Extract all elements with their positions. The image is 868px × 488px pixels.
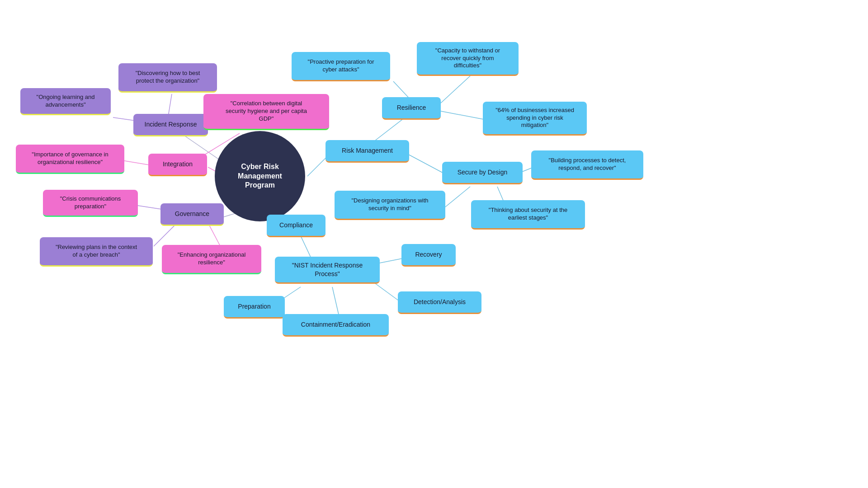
governance-label: Governance — [175, 210, 209, 218]
quote-6-label: "Enhancing organizational resilience" — [178, 251, 246, 267]
quote-4-label: "Crisis communications preparation" — [60, 195, 121, 211]
quote-10-label: "64% of businesses increased spending in… — [495, 107, 574, 130]
integration-node: Integration — [148, 154, 207, 176]
quote-5-label: "Reviewing plans in the context of a cyb… — [56, 244, 137, 259]
recovery-node: Recovery — [401, 244, 456, 267]
secure-by-design-label: Secure by Design — [458, 168, 508, 176]
quote-8-label: "Proactive preparation for cyber attacks… — [308, 58, 374, 74]
quote-5-node: "Reviewing plans in the context of a cyb… — [40, 237, 153, 267]
resilience-node: Resilience — [382, 97, 441, 120]
quote-3-label: "Importance of governance in organizatio… — [32, 151, 108, 166]
quote-9-node: "Capacity to withstand or recover quickl… — [417, 42, 519, 76]
quote-1-label: "Discovering how to best protect the org… — [136, 70, 200, 85]
svg-line-12 — [445, 187, 470, 207]
quote-6-node: "Enhancing organizational resilience" — [162, 245, 261, 274]
governance-node: Governance — [160, 203, 224, 226]
quote-10-node: "64% of businesses increased spending in… — [483, 102, 587, 136]
detection-label: Detection/Analysis — [414, 298, 466, 306]
quote-4-node: "Crisis communications preparation" — [43, 190, 138, 217]
quote-12-label: "Designing organizations with security i… — [351, 197, 428, 212]
nist-process-label: "NIST Incident Response Process" — [292, 261, 363, 277]
center-node: Cyber Risk Management Program — [215, 131, 305, 221]
detection-node: Detection/Analysis — [398, 291, 481, 314]
quote-2-label: "Ongoing learning and advancements" — [37, 94, 95, 109]
compliance-node: Compliance — [267, 215, 326, 237]
preparation-node: Preparation — [224, 296, 285, 319]
risk-management-label: Risk Management — [342, 146, 393, 155]
secure-by-design-node: Secure by Design — [442, 162, 523, 184]
incident-response-node: Incident Response — [133, 114, 208, 136]
containment-node: Containment/Eradication — [283, 314, 389, 337]
svg-line-10 — [439, 111, 486, 120]
quote-2-node: "Ongoing learning and advancements" — [20, 88, 111, 115]
quote-9-label: "Capacity to withstand or recover quickl… — [435, 47, 500, 70]
risk-management-node: Risk Management — [326, 140, 409, 163]
quote-3-node: "Importance of governance in organizatio… — [16, 145, 124, 174]
svg-line-7 — [407, 154, 448, 175]
quote-7-label: "Correlation between digital security hy… — [226, 100, 307, 123]
incident-response-label: Incident Response — [145, 120, 197, 128]
integration-label: Integration — [163, 160, 193, 168]
quote-11-label: "Building processes to detect, respond, … — [549, 157, 626, 172]
quote-8-node: "Proactive preparation for cyber attacks… — [292, 52, 390, 81]
quote-1-node: "Discovering how to best protect the org… — [118, 63, 217, 93]
resilience-label: Resilience — [397, 103, 426, 112]
quote-13-node: "Thinking about security at the earliest… — [471, 200, 585, 230]
preparation-label: Preparation — [238, 302, 270, 310]
quote-12-node: "Designing organizations with security i… — [335, 191, 445, 220]
compliance-label: Compliance — [279, 221, 313, 229]
recovery-label: Recovery — [415, 250, 442, 258]
nist-process-node: "NIST Incident Response Process" — [275, 257, 380, 284]
quote-7-node: "Correlation between digital security hy… — [203, 94, 329, 130]
quote-13-label: "Thinking about security at the earliest… — [489, 206, 567, 222]
svg-line-24 — [332, 287, 339, 316]
containment-label: Containment/Eradication — [301, 320, 370, 328]
quote-11-node: "Building processes to detect, respond, … — [531, 150, 643, 180]
center-label: Cyber Risk Management Program — [221, 162, 299, 190]
svg-line-9 — [441, 76, 470, 103]
